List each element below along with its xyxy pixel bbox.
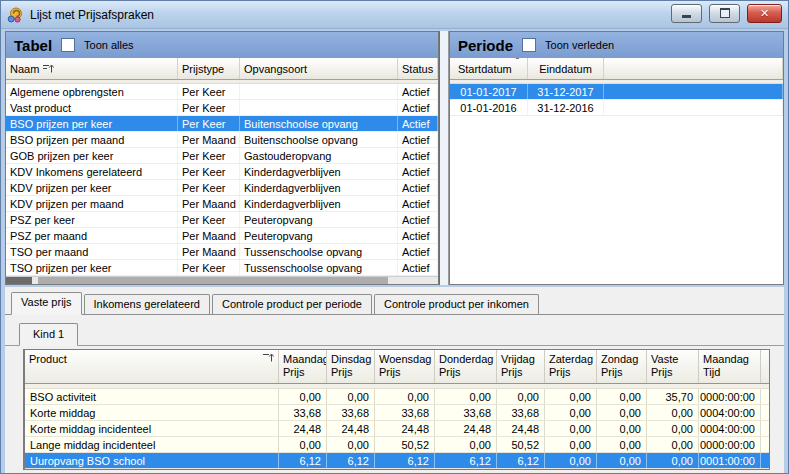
toon-alles-checkbox[interactable] xyxy=(61,38,75,52)
cell-value: 6,12 xyxy=(279,453,327,468)
table-row[interactable]: KDV prijzen per keerPer KeerKinderdagver… xyxy=(6,180,438,196)
app-coins-icon[interactable] xyxy=(7,7,24,23)
tab-vaste-prijs[interactable]: Vaste prijs xyxy=(11,292,82,315)
cell-product: BSO activiteit xyxy=(25,389,279,404)
tabel-column-headers: Naam Prijstype Opvangsoort Status xyxy=(6,58,438,80)
header-label: VrijdagPrijs xyxy=(501,353,540,379)
tab-inkomens-gerelateerd[interactable]: Inkomens gerelateerd xyxy=(84,294,210,314)
table-row[interactable]: BSO prijzen per maandPer MaandBuitenscho… xyxy=(6,132,438,148)
minimize-button[interactable] xyxy=(671,4,702,23)
column-header-startdatum[interactable]: Startdatum ˆ xyxy=(450,58,528,79)
table-row[interactable]: Vast productPer KeerActief xyxy=(6,100,438,116)
cell-value: 0,00 xyxy=(327,389,375,404)
header-label: VastePrijs xyxy=(651,353,694,379)
cell-naam: TSO per maand xyxy=(6,244,178,259)
toon-verleden-checkbox[interactable] xyxy=(522,38,536,52)
column-header-status[interactable]: Status xyxy=(398,58,438,79)
column-header-woensdag-prijs[interactable]: WoensdagPrijs xyxy=(375,350,435,383)
cell-value: 24,48 xyxy=(279,421,327,436)
cell-opvangsoort xyxy=(240,100,398,115)
cell-opvangsoort: Tussenschoolse opvang xyxy=(240,244,398,259)
cell-naam: Algemene opbrengsten xyxy=(6,84,178,99)
cell-prijstype: Per Maand xyxy=(178,132,240,147)
cell-value: 24,48 xyxy=(375,421,435,436)
column-header-prijstype[interactable]: Prijstype xyxy=(178,58,240,79)
cell-prijstype: Per Keer xyxy=(178,260,240,275)
cell-value: 0,00 xyxy=(597,389,647,404)
cell-opvangsoort: Kinderdagverblijven xyxy=(240,196,398,211)
cell-opvangsoort: Peuteropvang xyxy=(240,228,398,243)
table-row[interactable]: KDV prijzen per maandPer MaandKinderdagv… xyxy=(6,196,438,212)
scrollbar-thumb[interactable] xyxy=(38,277,388,284)
cell-status: Actief xyxy=(398,212,438,227)
cell-status: Actief xyxy=(398,244,438,259)
periode-header-band: Periode Toon verleden xyxy=(450,32,783,58)
table-row[interactable]: Algemene opbrengstenPer KeerActief xyxy=(6,84,438,100)
window-controls: ✕ xyxy=(671,4,782,26)
column-header-zaterdag-prijs[interactable]: ZaterdagPrijs xyxy=(545,350,597,383)
cell-opvangsoort: Tussenschoolse opvang xyxy=(240,260,398,275)
periode-row[interactable]: 01-01-201631-12-2016 xyxy=(450,100,783,116)
cell-value: 6,12 xyxy=(327,453,375,468)
table-row[interactable]: KDV Inkomens gerelateerdPer KeerKinderda… xyxy=(6,164,438,180)
tabel-rows: Algemene opbrengstenPer KeerActiefVast p… xyxy=(6,84,438,276)
column-header-maandag-tijd[interactable]: MaandagTijd xyxy=(699,350,761,383)
table-row[interactable]: PSZ per maandPer MaandPeuteropvangActief xyxy=(6,228,438,244)
close-button[interactable]: ✕ xyxy=(747,4,782,23)
cell-filler xyxy=(604,84,783,99)
table-row[interactable]: BSO prijzen per keerPer KeerBuitenschool… xyxy=(6,116,438,132)
price-table-rows: BSO activiteit0,000,000,000,000,000,000,… xyxy=(25,389,769,469)
cell-product: Lange middag incidenteel xyxy=(25,437,279,452)
cell-einddatum: 31-12-2017 xyxy=(528,84,604,99)
price-row[interactable]: Korte middag incidenteel24,4824,4824,482… xyxy=(25,421,769,437)
cell-value: 0,00 xyxy=(279,389,327,404)
cell-value: 50,52 xyxy=(497,437,545,452)
cell-naam: TSO prijzen per keer xyxy=(6,260,178,275)
column-header-vaste-prijs[interactable]: VastePrijs xyxy=(647,350,699,383)
column-header-opvangsoort[interactable]: Opvangsoort xyxy=(240,58,398,79)
cell-status: Actief xyxy=(398,116,438,131)
price-row[interactable]: Lange middag incidenteel0,000,0050,520,0… xyxy=(25,437,769,453)
column-header-product[interactable]: Product xyxy=(25,350,279,383)
cell-opvangsoort: Buitenschoolse opvang xyxy=(240,132,398,147)
column-header-naam[interactable]: Naam xyxy=(6,58,178,79)
price-row[interactable]: BSO activiteit0,000,000,000,000,000,000,… xyxy=(25,389,769,405)
cell-status: Actief xyxy=(398,260,438,275)
tab-controle-product-per-inkomen[interactable]: Controle product per inkomen xyxy=(374,294,539,314)
upper-panes: Tabel Toon alles Naam Prijstype Opvangso… xyxy=(5,31,784,285)
maximize-button[interactable] xyxy=(709,4,740,23)
cell-value: 33,68 xyxy=(279,405,327,420)
column-header-donderdag-prijs[interactable]: DonderdagPrijs xyxy=(435,350,497,383)
cell-naam: KDV Inkomens gerelateerd xyxy=(6,164,178,179)
header-label: ZaterdagPrijs xyxy=(549,353,592,379)
tabel-horizontal-scrollbar[interactable] xyxy=(6,276,438,284)
cell-value: 6,12 xyxy=(375,453,435,468)
cell-value: 0,00 xyxy=(647,437,699,452)
cell-product: Uuropvang BSO school xyxy=(25,453,279,468)
price-row[interactable]: Korte middag33,6833,6833,6833,6833,680,0… xyxy=(25,405,769,421)
pane-splitter[interactable] xyxy=(439,31,449,285)
header-label: MaandagTijd xyxy=(703,353,756,379)
cell-opvangsoort: Kinderdagverblijven xyxy=(240,164,398,179)
cell-value: 0,00 xyxy=(327,437,375,452)
price-row[interactable]: Uuropvang BSO school6,126,126,126,126,12… xyxy=(25,453,769,469)
table-row[interactable]: PSZ per keerPer KeerPeuteropvangActief xyxy=(6,212,438,228)
tab-kind-1[interactable]: Kind 1 xyxy=(19,323,78,346)
column-header-maandag-prijs[interactable]: MaandagPrijs xyxy=(279,350,327,383)
column-header-zondag-prijs[interactable]: ZondagPrijs xyxy=(597,350,647,383)
cell-prijstype: Per Maand xyxy=(178,244,240,259)
tab-controle-product-per-periode[interactable]: Controle product per periode xyxy=(212,294,372,314)
column-header-dinsdag-prijs[interactable]: DinsdagPrijs xyxy=(327,350,375,383)
cell-prijstype: Per Keer xyxy=(178,148,240,163)
column-header-einddatum[interactable]: Einddatum xyxy=(528,58,604,79)
cell-prijstype: Per Keer xyxy=(178,164,240,179)
cell-value: 0,00 xyxy=(647,421,699,436)
column-header-vrijdag-prijs[interactable]: VrijdagPrijs xyxy=(497,350,545,383)
scrollbar-left-block[interactable] xyxy=(6,277,32,284)
table-row[interactable]: GOB prijzen per keerPer KeerGastouderopv… xyxy=(6,148,438,164)
periode-row[interactable]: 01-01-201731-12-2017 xyxy=(450,84,783,100)
table-row[interactable]: TSO prijzen per keerPer KeerTussenschool… xyxy=(6,260,438,276)
price-table-headers: ProductMaandagPrijsDinsdagPrijsWoensdagP… xyxy=(25,350,769,384)
cell-value: 0,00 xyxy=(435,389,497,404)
table-row[interactable]: TSO per maandPer MaandTussenschoolse opv… xyxy=(6,244,438,260)
